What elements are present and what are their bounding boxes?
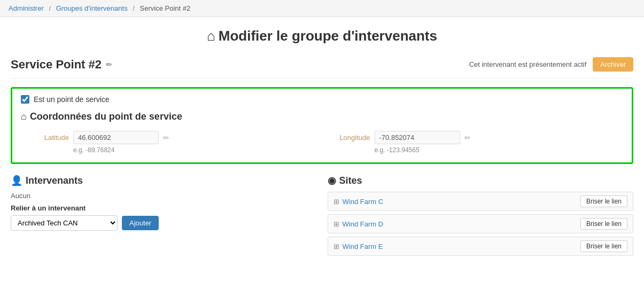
breadcrumb: Administrer / Groupes d'intervenants / S… (0, 0, 644, 17)
relier-label: Relier à un intervenant (11, 204, 317, 212)
archive-button[interactable]: Archiver (593, 57, 633, 72)
latitude-edit-icon[interactable]: ✏ (163, 134, 169, 142)
breadcrumb-current: Service Point #2 (140, 4, 191, 12)
intervenants-icon: 👤 (11, 175, 22, 186)
site-item: ⊞ Wind Farm D Briser le lien (328, 214, 634, 233)
site-name-row: ⊞ Wind Farm C (333, 198, 384, 206)
aucun-text: Aucun (11, 192, 317, 200)
sites-section: ◉ Sites ⊞ Wind Farm C Briser le lien ⊞ W… (328, 175, 634, 256)
service-point-checkbox[interactable] (21, 95, 29, 104)
latitude-label: Latitude (32, 134, 69, 142)
longitude-field-row: Longitude ✏ (333, 131, 613, 144)
briser-button[interactable]: Briser le lien (580, 218, 627, 230)
latitude-row: Latitude ✏ e.g. -89.76824 (32, 131, 312, 154)
intervenants-title: 👤 Intervenants (11, 175, 317, 186)
sites-icon: ◉ (328, 175, 336, 186)
page-title-icon: ⌂ (207, 28, 215, 44)
site-item: ⊞ Wind Farm C Briser le lien (328, 192, 634, 211)
sites-title-text: Sites (339, 175, 362, 186)
edit-group-name-icon[interactable]: ✏ (106, 60, 112, 69)
coordinates-grid: Latitude ✏ e.g. -89.76824 Longitude ✏ e.… (21, 131, 623, 154)
breadcrumb-sep-1: / (49, 4, 51, 12)
site-grid-icon: ⊞ (333, 198, 339, 206)
coordinates-subtitle: ⌂ Coordonnées du point de service (21, 111, 623, 122)
group-name-text: Service Point #2 (11, 58, 102, 72)
site-link[interactable]: Wind Farm C (343, 198, 384, 206)
sites-title: ◉ Sites (328, 175, 634, 186)
ajouter-button[interactable]: Ajouter (122, 216, 159, 230)
page-title: ⌂Modifier le groupe d'intervenants (0, 17, 644, 53)
sites-list: ⊞ Wind Farm C Briser le lien ⊞ Wind Farm… (328, 192, 634, 256)
site-grid-icon: ⊞ (333, 243, 339, 251)
latitude-hint: e.g. -89.76824 (32, 146, 312, 154)
bottom-columns: 👤 Intervenants Aucun Relier à un interve… (11, 175, 633, 256)
service-point-section: Est un point de service ⌂ Coordonnées du… (11, 87, 633, 164)
briser-button[interactable]: Briser le lien (580, 195, 627, 207)
service-point-checkbox-row: Est un point de service (21, 95, 623, 104)
breadcrumb-link-groupes[interactable]: Groupes d'intervenants (56, 4, 128, 12)
site-name-row: ⊞ Wind Farm D (333, 220, 384, 228)
breadcrumb-sep-2: / (133, 4, 135, 12)
coordinates-subtitle-text: Coordonnées du point de service (30, 111, 182, 122)
latitude-input[interactable] (73, 131, 159, 144)
page-title-text: Modifier le groupe d'intervenants (219, 28, 437, 44)
briser-button[interactable]: Briser le lien (580, 240, 627, 252)
site-link[interactable]: Wind Farm E (343, 243, 383, 251)
relier-row: Archived Tech CAN Ajouter (11, 215, 317, 231)
longitude-label: Longitude (333, 134, 370, 142)
latitude-field-row: Latitude ✏ (32, 131, 312, 144)
longitude-edit-icon[interactable]: ✏ (464, 134, 471, 142)
group-actions: Cet intervenant est présentement actif A… (469, 57, 633, 72)
breadcrumb-link-admin[interactable]: Administrer (9, 4, 44, 12)
site-link[interactable]: Wind Farm D (343, 220, 384, 228)
intervenants-title-text: Intervenants (26, 175, 83, 186)
service-point-checkbox-label[interactable]: Est un point de service (34, 95, 110, 104)
site-name-row: ⊞ Wind Farm E (333, 243, 383, 251)
longitude-hint: e.g. -123.94565 (333, 146, 613, 154)
group-name: Service Point #2 ✏ (11, 58, 112, 72)
relier-select[interactable]: Archived Tech CAN (11, 215, 118, 231)
site-item: ⊞ Wind Farm E Briser le lien (328, 237, 634, 256)
coordinates-icon: ⌂ (21, 111, 27, 122)
group-header: Service Point #2 ✏ Cet intervenant est p… (11, 53, 633, 79)
intervenants-section: 👤 Intervenants Aucun Relier à un interve… (11, 175, 317, 256)
longitude-input[interactable] (375, 131, 460, 144)
longitude-row: Longitude ✏ e.g. -123.94565 (333, 131, 613, 154)
site-grid-icon: ⊞ (333, 220, 339, 228)
status-text: Cet intervenant est présentement actif (469, 60, 587, 68)
